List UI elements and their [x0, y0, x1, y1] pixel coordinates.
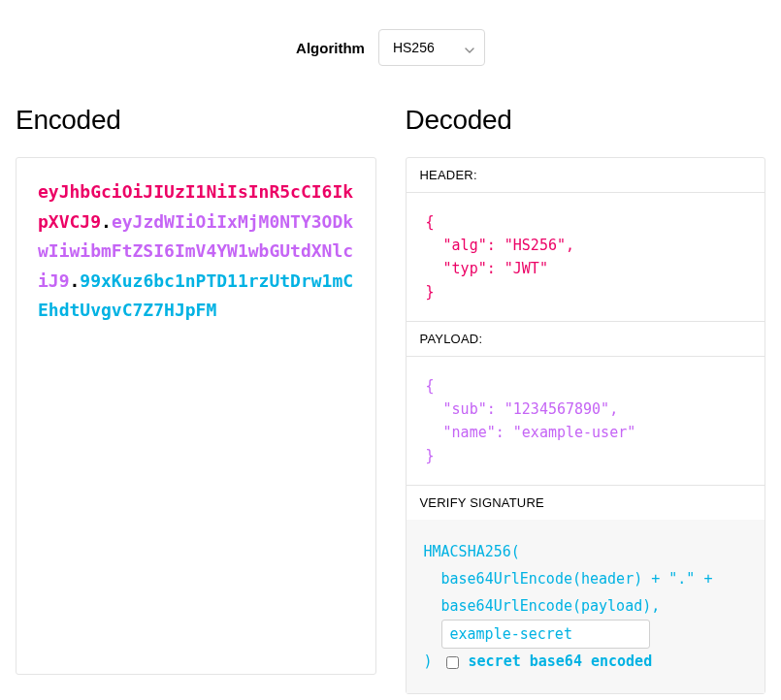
encoded-column: Encoded eyJhbGciOiJIUzI1NiIsInR5cCI6IkpX… [16, 105, 376, 694]
signature-section: VERIFY SIGNATURE HMACSHA256( base64UrlEn… [407, 486, 765, 693]
signature-section-title: VERIFY SIGNATURE [407, 486, 765, 520]
jwt-dot: . [70, 270, 81, 291]
algorithm-row: Algorithm HS256 [16, 29, 765, 66]
signature-fn-close: ) [424, 649, 433, 676]
jwt-token[interactable]: eyJhbGciOiJIUzI1NiIsInR5cCI6IkpXVCJ9.eyJ… [38, 177, 354, 326]
payload-section-body[interactable]: { "sub": "1234567890", "name": "example-… [407, 357, 765, 485]
signature-line-1: base64UrlEncode(header) + "." + [424, 566, 748, 593]
algorithm-label: Algorithm [296, 40, 365, 56]
secret-input[interactable] [441, 620, 650, 649]
payload-section-title: PAYLOAD: [407, 322, 765, 357]
chevron-down-icon [465, 43, 474, 52]
signature-line-2: base64UrlEncode(payload), [424, 593, 748, 620]
signature-close-row: ) secret base64 encoded [424, 649, 748, 676]
decoded-panel: HEADER: { "alg": "HS256", "typ": "JWT" }… [406, 157, 766, 694]
jwt-dot: . [101, 211, 112, 232]
decoded-column: Decoded HEADER: { "alg": "HS256", "typ":… [406, 105, 766, 694]
encoded-title: Encoded [16, 105, 376, 136]
secret-base64-label[interactable]: secret base64 encoded [469, 649, 653, 676]
header-section-body[interactable]: { "alg": "HS256", "typ": "JWT" } [407, 193, 765, 321]
algorithm-selected-value: HS256 [393, 40, 435, 55]
secret-base64-checkbox[interactable] [446, 656, 459, 669]
algorithm-select[interactable]: HS256 [378, 29, 485, 66]
signature-body: HMACSHA256( base64UrlEncode(header) + ".… [407, 520, 765, 693]
payload-section: PAYLOAD: { "sub": "1234567890", "name": … [407, 322, 765, 486]
encoded-panel[interactable]: eyJhbGciOiJIUzI1NiIsInR5cCI6IkpXVCJ9.eyJ… [16, 157, 376, 675]
header-section: HEADER: { "alg": "HS256", "typ": "JWT" } [407, 158, 765, 322]
header-section-title: HEADER: [407, 158, 765, 193]
signature-fn-open: HMACSHA256( [424, 543, 520, 560]
jwt-signature-segment: 99xKuz6bc1nPTD11rzUtDrw1mCEhdtUvgvC7Z7HJ… [38, 270, 353, 321]
decoded-title: Decoded [406, 105, 766, 136]
